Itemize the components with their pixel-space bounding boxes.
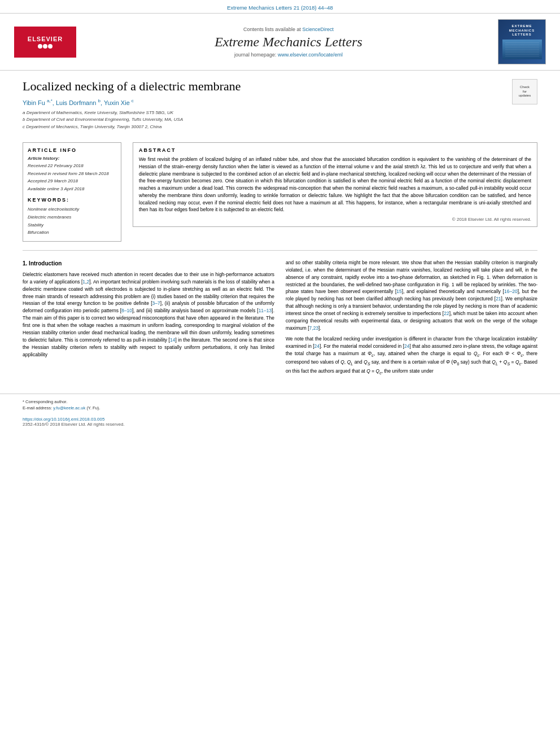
article-info-header: ARTICLE INFO — [28, 147, 116, 153]
ref15[interactable]: 15 — [396, 289, 401, 294]
cover-title-text: EXTREMEMECHANICSLETTERS — [509, 24, 535, 37]
keywords-header: Keywords: — [28, 197, 116, 203]
article-title: Localized necking of a dielectric membra… — [23, 79, 506, 94]
ref3-7[interactable]: 3–7 — [152, 300, 160, 306]
intro-para2: and so other stability criteria might be… — [286, 259, 537, 332]
footer-area: * Corresponding author. E-mail address: … — [0, 394, 560, 430]
footer-email-person: (Y. Fu). — [86, 405, 100, 410]
ref24b[interactable]: 24 — [404, 343, 409, 349]
journal-homepage-link[interactable]: www.elsevier.com/locate/eml — [278, 52, 343, 58]
footer-email-link[interactable]: y.fu@keele.ac.uk — [53, 405, 85, 410]
ref16-20[interactable]: 16–20 — [504, 289, 518, 294]
page-wrapper: Extreme Mechanics Letters 21 (2018) 44–4… — [0, 0, 560, 430]
contents-available-line: Contents lists available at ScienceDirec… — [85, 27, 492, 32]
received-date: Received 22 February 2018 — [28, 162, 116, 170]
body-col-left: 1. Introduction Dielectric elastomers ha… — [23, 259, 274, 379]
article-history: Article history: Received 22 February 20… — [28, 156, 116, 193]
elsevier-logo-text: ELSEVIER — [28, 36, 63, 42]
journal-citation: Extreme Mechanics Letters 21 (2018) 44–4… — [227, 5, 333, 11]
affil-b: b Department of Civil and Environmental … — [23, 116, 506, 124]
abstract-header: ABSTRACT — [139, 147, 531, 153]
abstract-box: ABSTRACT We first revisit the problem of… — [133, 142, 537, 227]
ref1[interactable]: 1 — [82, 279, 85, 285]
ref22[interactable]: 22 — [444, 311, 449, 316]
footer-doi: https://doi.org/10.1016/j.eml.2018.03.00… — [23, 417, 537, 422]
ref11-13[interactable]: 11–13 — [259, 308, 272, 313]
journal-title: Extreme Mechanics Letters — [85, 34, 492, 50]
body-col-right: and so other stability criteria might be… — [286, 259, 537, 379]
check-updates-badge: Checkforupdates — [512, 79, 537, 104]
intro-heading-text: 1. Introduction — [23, 260, 62, 267]
revised-date: Received in revised form 28 March 2018 — [28, 170, 116, 178]
footer-email-line: E-mail address: y.fu@keele.ac.uk (Y. Fu)… — [23, 405, 537, 411]
kw4: Bifurcation — [28, 229, 116, 237]
history-label: Article history: — [28, 156, 116, 161]
ref2[interactable]: 2 — [86, 279, 89, 285]
kw3: Stability — [28, 221, 116, 229]
publisher-logo-area: ELSEVIER — [11, 27, 79, 58]
footer-issn: 2352-4316/© 2018 Elsevier Ltd. All right… — [23, 422, 537, 427]
copyright-line: © 2018 Elsevier Ltd. All rights reserved… — [139, 217, 531, 222]
article-info-abstract-section: ARTICLE INFO Article history: Received 2… — [23, 142, 537, 242]
article-info-column: ARTICLE INFO Article history: Received 2… — [23, 142, 121, 242]
abstract-text: We first revisit the problem of localize… — [139, 156, 531, 213]
affiliations: a Department of Mathematics, Keele Unive… — [23, 110, 506, 131]
ref21[interactable]: 21 — [496, 296, 501, 302]
abstract-column: ABSTRACT We first revisit the problem of… — [133, 142, 537, 242]
section-divider — [23, 250, 537, 251]
journal-citation-bar: Extreme Mechanics Letters 21 (2018) 44–4… — [0, 0, 560, 13]
journal-homepage-line: journal homepage: www.elsevier.com/locat… — [85, 52, 492, 58]
affil-c: c Department of Mechanics, Tianjin Unive… — [23, 124, 506, 131]
journal-cover-area: EXTREMEMECHANICSLETTERS — [498, 19, 549, 64]
kw1: Nonlinear electroelasticity — [28, 206, 116, 213]
doi-link[interactable]: https://doi.org/10.1016/j.eml.2018.03.00… — [23, 417, 104, 422]
journal-header-center: Contents lists available at ScienceDirec… — [85, 27, 492, 58]
body-columns: 1. Introduction Dielectric elastomers ha… — [23, 259, 537, 379]
sciencedirect-link[interactable]: ScienceDirect — [303, 27, 334, 32]
footer-corresponding: * Corresponding author. — [23, 399, 537, 405]
ref7-23[interactable]: 7,23 — [309, 325, 319, 331]
accepted-date: Accepted 29 March 2018 — [28, 177, 116, 185]
article-content: Localized necking of a dielectric membra… — [0, 71, 560, 388]
authors-line: Yibin Fu a,*, Luis Dorfmann b, Yuxin Xie… — [23, 98, 506, 106]
affil-a: a Department of Mathematics, Keele Unive… — [23, 110, 506, 117]
kw2: Dielectric membranes — [28, 213, 116, 221]
intro-heading: 1. Introduction — [23, 259, 274, 268]
article-info-box: ARTICLE INFO Article history: Received 2… — [23, 142, 121, 242]
journal-header: ELSEVIER Contents lists available at Sci… — [0, 13, 560, 71]
available-date: Available online 3 April 2018 — [28, 185, 116, 193]
journal-cover-image: EXTREMEMECHANICSLETTERS — [498, 19, 546, 64]
intro-para3: We note that the localized necking under… — [286, 335, 537, 376]
intro-para1: Dielectric elastomers have received much… — [23, 271, 274, 359]
keywords-section: Keywords: Nonlinear electroelasticity Di… — [28, 197, 116, 236]
footer-star-note: * Corresponding author. — [23, 399, 67, 404]
ref24[interactable]: 24 — [314, 343, 320, 349]
ref8-10[interactable]: 8–10 — [121, 308, 132, 313]
ref14[interactable]: 14 — [170, 337, 175, 343]
